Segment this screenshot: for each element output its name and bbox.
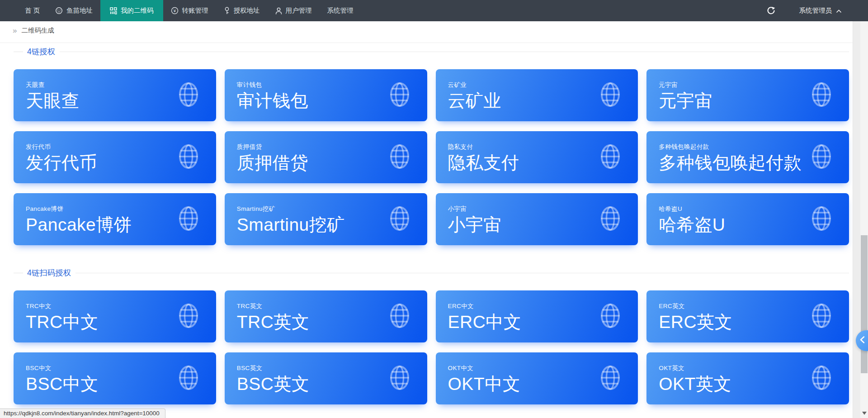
card-title: ERC中文 xyxy=(448,313,638,332)
card-label: 审计钱包 xyxy=(237,81,427,89)
card-label: 隐私支付 xyxy=(448,143,638,151)
card-title: 隐私支付 xyxy=(448,153,638,173)
qr-link-card[interactable]: 多种钱包唤起付款 多种钱包唤起付款 xyxy=(646,131,849,183)
card-title: BSC中文 xyxy=(26,375,216,394)
card-label: 云矿业 xyxy=(448,81,638,89)
card-grid-4chain-scan-auth: TRC中文 TRC中文 xyxy=(14,290,849,404)
qr-link-card[interactable]: Pancake博饼 Pancake博饼 xyxy=(14,193,216,245)
card-label: ERC中文 xyxy=(448,302,638,310)
card-label: 多种钱包唤起付款 xyxy=(659,143,849,151)
qr-link-card[interactable]: 云矿业 云矿业 xyxy=(436,69,638,121)
nav-item-label: 我的二维码 xyxy=(121,6,154,15)
card-label: ERC英文 xyxy=(659,302,849,310)
page: 首 页 鱼苗地址 xyxy=(0,0,868,418)
card-label: TRC中文 xyxy=(26,302,216,310)
qr-link-card[interactable]: 天眼查 天眼查 xyxy=(14,69,216,121)
nav-item-label: 授权地址 xyxy=(234,6,260,15)
nav-item-fry-address[interactable]: 鱼苗地址 xyxy=(47,0,100,21)
nav-item-label: 系统管理 xyxy=(327,6,354,15)
breadcrumb-label: 二维码生成 xyxy=(21,26,54,35)
qr-link-card[interactable]: 小宇宙 小宇宙 xyxy=(436,193,638,245)
nav-item-label: 转账管理 xyxy=(182,6,208,15)
navbar-right: 系统管理员 xyxy=(766,0,868,21)
section-header-4chain-scan-auth: 4链扫码授权 xyxy=(14,265,849,280)
scrollbar-down-arrow-icon[interactable] xyxy=(862,412,867,415)
card-label: 天眼查 xyxy=(26,81,216,89)
qr-link-card[interactable]: BSC中文 BSC中文 xyxy=(14,352,216,404)
user-menu[interactable]: 系统管理员 xyxy=(799,6,842,15)
qr-link-card[interactable]: ERC中文 ERC中文 xyxy=(436,290,638,342)
card-label: OKT中文 xyxy=(448,364,638,372)
qr-link-card[interactable]: 隐私支付 隐私支付 xyxy=(436,131,638,183)
qr-link-card[interactable]: BSC英文 BSC英文 xyxy=(225,352,427,404)
card-label: OKT英文 xyxy=(659,364,849,372)
nav-item-label: 用户管理 xyxy=(286,6,312,15)
card-title: Pancake博饼 xyxy=(26,215,216,235)
breadcrumb: » 二维码生成 xyxy=(0,21,868,39)
section-title: 4链扫码授权 xyxy=(27,267,71,278)
card-title: 多种钱包唤起付款 xyxy=(659,153,849,173)
card-label: 质押借贷 xyxy=(237,143,427,151)
card-title: 元宇宙 xyxy=(659,91,849,111)
card-title: 哈希盗U xyxy=(659,215,849,235)
qr-link-card[interactable]: Smartinu挖矿 Smartinu挖矿 xyxy=(225,193,427,245)
nav-item-system-management[interactable]: 系统管理 xyxy=(320,0,361,21)
section-title: 4链授权 xyxy=(27,46,55,57)
card-title: ERC英文 xyxy=(659,313,849,332)
nav-item-authorized-address[interactable]: 授权地址 xyxy=(216,0,268,21)
refresh-icon[interactable] xyxy=(766,6,776,15)
qrcode-icon xyxy=(110,7,117,14)
svg-text:¥: ¥ xyxy=(173,8,176,13)
status-url: https://qdkjn8.com/index/tianyan/index.h… xyxy=(4,410,160,417)
card-label: TRC英文 xyxy=(237,302,427,310)
divider-dash xyxy=(14,52,23,52)
divider-line xyxy=(60,52,849,52)
qr-link-card[interactable]: TRC英文 TRC英文 xyxy=(225,290,427,342)
card-title: 天眼查 xyxy=(26,91,216,111)
top-navbar: 首 页 鱼苗地址 xyxy=(0,0,868,21)
qr-link-card[interactable]: 哈希盗U 哈希盗U xyxy=(646,193,849,245)
user-name: 系统管理员 xyxy=(799,6,832,15)
chevron-left-icon xyxy=(856,336,865,345)
divider-dash xyxy=(14,273,23,273)
qr-link-card[interactable]: ERC英文 ERC英文 xyxy=(646,290,849,342)
nav-item-my-qrcode[interactable]: 我的二维码 xyxy=(100,0,163,21)
yen-circle-icon: ¥ xyxy=(171,7,179,14)
scrollbar-thumb[interactable] xyxy=(861,235,868,373)
qr-link-card[interactable]: 发行代币 发行代币 xyxy=(14,131,216,183)
nav-item-label: 鱼苗地址 xyxy=(66,6,93,15)
card-title: 审计钱包 xyxy=(237,91,427,111)
nav-item-user-management[interactable]: 用户管理 xyxy=(268,0,320,21)
timer-icon xyxy=(55,7,63,14)
card-title: TRC英文 xyxy=(237,313,427,332)
card-title: 发行代币 xyxy=(26,153,216,173)
qr-link-card[interactable]: OKT中文 OKT中文 xyxy=(436,352,638,404)
card-title: TRC中文 xyxy=(26,313,216,332)
section-header-4chain-auth: 4链授权 xyxy=(14,44,849,59)
card-label: 元宇宙 xyxy=(659,81,849,89)
qr-link-card[interactable]: 元宇宙 元宇宙 xyxy=(646,69,849,121)
card-label: 哈希盗U xyxy=(659,205,849,213)
qr-link-card[interactable]: 质押借贷 质押借贷 xyxy=(225,131,427,183)
double-chevron-right-icon: » xyxy=(13,27,17,34)
qr-link-card[interactable]: TRC中文 TRC中文 xyxy=(14,290,216,342)
card-grid-4chain-auth: 天眼查 天眼查 xyxy=(14,69,849,245)
qr-link-card[interactable]: OKT英文 OKT英文 xyxy=(646,352,849,404)
nav-item-home[interactable]: 首 页 xyxy=(17,0,47,21)
card-title: OKT中文 xyxy=(448,375,638,394)
card-label: 发行代币 xyxy=(26,143,216,151)
card-label: 小宇宙 xyxy=(448,205,638,213)
nav-item-label: 首 页 xyxy=(25,6,40,15)
card-label: Pancake博饼 xyxy=(26,205,216,213)
card-title: 云矿业 xyxy=(448,91,638,111)
card-label: BSC中文 xyxy=(26,364,216,372)
card-label: BSC英文 xyxy=(237,364,427,372)
qrcode-generation-panel: 4链授权 天眼查 天眼查 xyxy=(0,43,868,404)
user-icon xyxy=(275,7,282,14)
qr-link-card[interactable]: 审计钱包 审计钱包 xyxy=(225,69,427,121)
nav-item-transfer-management[interactable]: ¥ 转账管理 xyxy=(163,0,216,21)
chevron-up-icon xyxy=(836,7,842,14)
window-scrollbar[interactable] xyxy=(860,21,868,418)
card-title: BSC英文 xyxy=(237,375,427,394)
content-scroll-gutter xyxy=(853,21,860,418)
